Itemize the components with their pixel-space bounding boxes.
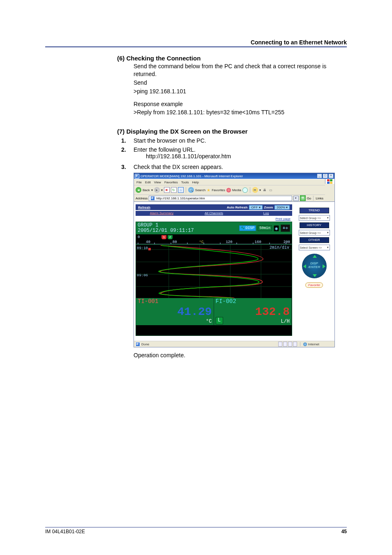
dpad-right-icon[interactable] [323,264,325,268]
search-label[interactable]: Search [195,188,205,192]
mail-icon[interactable]: ✉ [252,187,258,193]
menu-favorites[interactable]: Favorites [164,180,178,184]
footer-page-num: 45 [341,529,347,534]
tabs: Alarm Summary All Channels Log [136,211,292,216]
history-icon[interactable] [242,187,248,193]
section-6-resp-label: Response example [134,100,347,108]
menu-view[interactable]: View [154,180,161,184]
span-button[interactable]: 50min [258,225,272,231]
maximize-button[interactable]: □ [323,173,328,178]
refresh-bar: Refresh Auto Refresh OFF ▾ Zoom 200% ▾ [136,204,292,210]
dx-panel: Refresh Auto Refresh OFF ▾ Zoom 200% ▾ A… [134,202,294,341]
status-chip [283,342,287,347]
disp-enter-dpad[interactable] [302,254,327,278]
fwd-dd[interactable]: ▾ [161,188,163,192]
flag-1: 1 [161,235,166,239]
print-page-link[interactable]: Print page [276,217,291,221]
page-footer: IM 04L41B01-02E 45 [45,527,347,534]
trend-select[interactable]: Select Group =>▾ [299,215,330,221]
auto-refresh-select[interactable]: OFF ▾ [249,205,262,210]
section-6-desc: Send the command below from the PC and c… [134,62,347,78]
svg-rect-23 [148,248,151,250]
other-button[interactable]: OTHER [300,237,329,243]
address-input[interactable]: http://192.168.1.101/operator.htm [149,196,292,201]
disp-button[interactable]: ∿DISP [239,225,256,231]
zoom-select[interactable]: 200% ▾ [274,205,290,210]
svg-rect-3 [330,182,332,184]
scale-0: 0 [138,235,140,239]
auto-refresh-label: Auto Refresh [227,206,247,209]
url-text: http://192.168.1.101/operator.htm [156,197,205,200]
step-2-url: http://192.168.1.101/operator.htm [146,153,347,160]
status-chip [278,342,282,347]
tab-alarm[interactable]: Alarm Summary [136,211,188,216]
address-dropdown[interactable]: ▾ [293,196,299,201]
step-2-text: Enter the following URL. [134,146,347,153]
favorites-icon[interactable]: ★ [207,188,210,192]
status-ie-icon [136,342,140,347]
frac-icon[interactable]: +÷ [281,224,290,232]
ch2-name: FI-002 [216,298,236,305]
channel-2: FI-002 L 132.8 L/H [214,298,292,325]
address-bar: Address http://192.168.1.101/operator.ht… [134,194,325,201]
step-2: 2. Enter the following URL. [121,146,347,153]
back-dd[interactable]: ▾ [151,188,153,192]
menu-help[interactable]: Help [192,180,198,184]
back-button[interactable]: ◄ [136,187,141,193]
snapshot-icon[interactable]: ◉ [274,225,279,231]
tab-log[interactable]: Log [240,211,292,216]
media-icon[interactable] [226,188,231,192]
print-icon[interactable]: 🖶 [262,187,267,192]
menu-edit[interactable]: Edit [145,180,151,184]
status-bar: Done Internet [134,341,334,347]
tab-all-channels[interactable]: All Channels [188,211,240,216]
favorite-button[interactable]: Favorite [305,282,323,288]
media-label[interactable]: Media [232,188,241,192]
minimize-button[interactable]: _ [317,173,322,178]
go-button[interactable]: ➔ [300,195,306,201]
trend-block: GROUP 1 2005/12/01 09:11:17 ∿DISP 50min … [136,222,292,336]
dpad-up-icon[interactable] [313,255,317,258]
step-3: 3. Check that the DX screen appears. [121,164,347,170]
scale-row: 0 1 2 40 80 °C 120 160 200 [136,234,292,244]
status-chip [288,342,292,347]
forward-button[interactable]: ► [154,187,160,193]
titlebar: OPERATOR MODE[MAIN] 192.168.1.101 - Micr… [134,173,334,179]
ch1-name: TI-001 [138,298,158,305]
home-button[interactable]: ⌂ [178,187,184,193]
section-6-resp-txt: >Reply from 192.168.1.101: bytes=32 time… [134,109,347,116]
history-select[interactable]: Select Group =>▾ [299,230,330,236]
refresh-button[interactable]: ↻ [171,187,177,193]
step-1-text: Start the browser on the PC. [134,137,347,144]
favorites-label[interactable]: Favorites [212,188,225,192]
links-label[interactable]: Links [316,197,323,200]
windows-logo [325,179,334,184]
footer-doc-id: IM 04L41B01-02E [45,529,85,534]
svg-rect-2 [327,182,330,184]
svg-rect-1 [330,179,332,181]
mail-dd[interactable]: ▾ [259,188,261,192]
dpad-left-icon[interactable] [303,264,306,268]
close-button[interactable]: × [328,173,334,178]
ch2-L-mark: L [216,317,223,324]
refresh-link[interactable]: Refresh [138,206,150,209]
channel-1: TI-001 41.29 °C [136,298,214,325]
print-row: Print page [134,217,291,221]
edit-icon[interactable]: ▭ [268,187,273,192]
history-button[interactable]: HISTORY [300,222,329,228]
group-header: GROUP 1 2005/12/01 09:11:17 ∿DISP 50min … [136,222,292,234]
search-icon[interactable]: 🔍 [188,187,194,193]
side-panel: TREND Select Group =>▾ HISTORY Select Gr… [294,202,334,341]
other-select[interactable]: Select Screen =>▾ [299,245,330,250]
stop-button[interactable]: ✖ [164,187,170,193]
address-label: Address [136,197,148,200]
dpad-down-icon[interactable] [313,274,317,277]
ch2-unit: L/H [281,319,290,324]
trend-button[interactable]: TREND [300,208,329,213]
menu-file[interactable]: File [136,180,142,184]
step-2-num: 2. [121,146,134,153]
menu-tools[interactable]: Tools [181,180,189,184]
ch1-value: 41.29 [177,305,212,318]
ie-icon [135,174,139,178]
step-3-num: 3. [121,164,134,170]
